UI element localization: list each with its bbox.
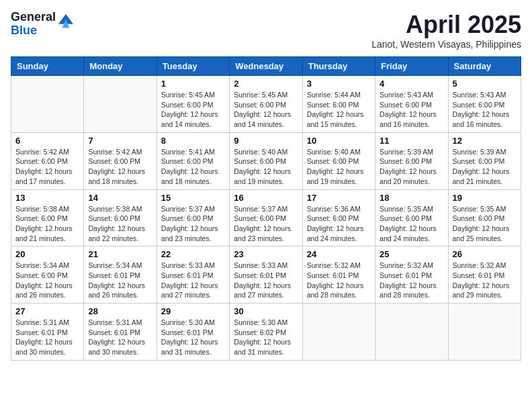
day-info: Sunrise: 5:44 AM Sunset: 6:00 PM Dayligh… <box>307 90 371 130</box>
day-info: Sunrise: 5:34 AM Sunset: 6:00 PM Dayligh… <box>15 261 79 300</box>
day-number: 13 <box>15 193 79 203</box>
week-row-4: 20Sunrise: 5:34 AM Sunset: 6:00 PM Dayli… <box>11 246 521 304</box>
day-info: Sunrise: 5:36 AM Sunset: 6:00 PM Dayligh… <box>307 204 371 244</box>
calendar-cell: 21Sunrise: 5:34 AM Sunset: 6:01 PM Dayli… <box>84 246 157 304</box>
day-info: Sunrise: 5:42 AM Sunset: 6:00 PM Dayligh… <box>88 147 152 187</box>
day-number: 4 <box>380 79 443 89</box>
day-header-sunday: Sunday <box>11 57 84 76</box>
logo-general: General <box>11 11 56 24</box>
day-number: 3 <box>307 79 371 89</box>
calendar-cell: 7Sunrise: 5:42 AM Sunset: 6:00 PM Daylig… <box>84 132 157 189</box>
day-number: 30 <box>234 306 298 316</box>
day-info: Sunrise: 5:38 AM Sunset: 6:00 PM Dayligh… <box>15 204 79 244</box>
day-info: Sunrise: 5:40 AM Sunset: 6:00 PM Dayligh… <box>307 147 371 187</box>
day-info: Sunrise: 5:37 AM Sunset: 6:00 PM Dayligh… <box>161 204 225 244</box>
day-number: 20 <box>15 249 79 259</box>
calendar-cell: 28Sunrise: 5:31 AM Sunset: 6:01 PM Dayli… <box>84 304 157 361</box>
calendar-cell: 17Sunrise: 5:36 AM Sunset: 6:00 PM Dayli… <box>302 189 375 246</box>
day-number: 26 <box>453 249 517 259</box>
calendar-cell: 22Sunrise: 5:33 AM Sunset: 6:01 PM Dayli… <box>157 246 229 304</box>
day-info: Sunrise: 5:35 AM Sunset: 6:00 PM Dayligh… <box>453 204 517 244</box>
calendar-cell: 30Sunrise: 5:30 AM Sunset: 6:02 PM Dayli… <box>230 304 302 361</box>
day-number: 14 <box>88 193 152 203</box>
day-number: 23 <box>234 249 298 259</box>
day-info: Sunrise: 5:37 AM Sunset: 6:00 PM Dayligh… <box>234 204 298 244</box>
day-number: 6 <box>15 136 79 146</box>
logo: General Blue <box>11 11 73 38</box>
day-info: Sunrise: 5:33 AM Sunset: 6:01 PM Dayligh… <box>234 261 298 300</box>
calendar-cell <box>84 76 157 133</box>
day-number: 19 <box>453 193 517 203</box>
day-number: 10 <box>307 136 371 146</box>
calendar-cell: 13Sunrise: 5:38 AM Sunset: 6:00 PM Dayli… <box>11 189 84 246</box>
logo-blue: Blue <box>11 24 56 38</box>
day-header-wednesday: Wednesday <box>230 57 302 76</box>
day-info: Sunrise: 5:35 AM Sunset: 6:00 PM Dayligh… <box>380 204 443 244</box>
calendar-cell: 26Sunrise: 5:32 AM Sunset: 6:01 PM Dayli… <box>448 246 521 304</box>
page-header: General Blue April 2025 Lanot, Western V… <box>11 11 521 50</box>
calendar-cell <box>375 304 448 361</box>
calendar-cell: 27Sunrise: 5:31 AM Sunset: 6:01 PM Dayli… <box>11 304 84 361</box>
day-info: Sunrise: 5:42 AM Sunset: 6:00 PM Dayligh… <box>15 147 79 187</box>
day-number: 8 <box>161 136 225 146</box>
day-info: Sunrise: 5:31 AM Sunset: 6:01 PM Dayligh… <box>88 318 152 357</box>
day-header-tuesday: Tuesday <box>157 57 229 76</box>
calendar-cell: 12Sunrise: 5:39 AM Sunset: 6:00 PM Dayli… <box>448 132 521 189</box>
day-number: 2 <box>234 79 298 89</box>
day-info: Sunrise: 5:32 AM Sunset: 6:01 PM Dayligh… <box>380 261 443 300</box>
day-number: 15 <box>161 193 225 203</box>
day-info: Sunrise: 5:45 AM Sunset: 6:00 PM Dayligh… <box>161 90 225 130</box>
day-number: 17 <box>307 193 371 203</box>
day-number: 16 <box>234 193 298 203</box>
calendar-cell: 1Sunrise: 5:45 AM Sunset: 6:00 PM Daylig… <box>157 76 229 133</box>
calendar-cell: 14Sunrise: 5:38 AM Sunset: 6:00 PM Dayli… <box>84 189 157 246</box>
day-info: Sunrise: 5:39 AM Sunset: 6:00 PM Dayligh… <box>453 147 517 187</box>
calendar-cell: 6Sunrise: 5:42 AM Sunset: 6:00 PM Daylig… <box>11 132 84 189</box>
calendar-cell: 5Sunrise: 5:43 AM Sunset: 6:00 PM Daylig… <box>448 76 521 133</box>
calendar-cell: 20Sunrise: 5:34 AM Sunset: 6:00 PM Dayli… <box>11 246 84 304</box>
location: Lanot, Western Visayas, Philippines <box>371 39 521 50</box>
calendar-cell: 19Sunrise: 5:35 AM Sunset: 6:00 PM Dayli… <box>448 189 521 246</box>
day-number: 1 <box>161 79 225 89</box>
day-info: Sunrise: 5:32 AM Sunset: 6:01 PM Dayligh… <box>307 261 371 300</box>
day-info: Sunrise: 5:31 AM Sunset: 6:01 PM Dayligh… <box>15 318 79 357</box>
calendar-cell: 9Sunrise: 5:40 AM Sunset: 6:00 PM Daylig… <box>230 132 302 189</box>
day-number: 9 <box>234 136 298 146</box>
week-row-3: 13Sunrise: 5:38 AM Sunset: 6:00 PM Dayli… <box>11 189 521 246</box>
calendar-cell <box>11 76 84 133</box>
day-number: 28 <box>88 306 152 316</box>
month-title: April 2025 <box>371 11 521 39</box>
day-info: Sunrise: 5:32 AM Sunset: 6:01 PM Dayligh… <box>453 261 517 300</box>
day-info: Sunrise: 5:34 AM Sunset: 6:01 PM Dayligh… <box>88 261 152 300</box>
day-header-saturday: Saturday <box>448 57 521 76</box>
day-info: Sunrise: 5:38 AM Sunset: 6:00 PM Dayligh… <box>88 204 152 244</box>
calendar-cell: 18Sunrise: 5:35 AM Sunset: 6:00 PM Dayli… <box>375 189 448 246</box>
day-number: 27 <box>15 306 79 316</box>
day-number: 11 <box>380 136 443 146</box>
day-header-thursday: Thursday <box>302 57 375 76</box>
day-header-monday: Monday <box>84 57 157 76</box>
day-info: Sunrise: 5:33 AM Sunset: 6:01 PM Dayligh… <box>161 261 225 300</box>
calendar-header-row: SundayMondayTuesdayWednesdayThursdayFrid… <box>11 57 521 76</box>
week-row-2: 6Sunrise: 5:42 AM Sunset: 6:00 PM Daylig… <box>11 132 521 189</box>
calendar-cell: 16Sunrise: 5:37 AM Sunset: 6:00 PM Dayli… <box>230 189 302 246</box>
calendar-cell: 25Sunrise: 5:32 AM Sunset: 6:01 PM Dayli… <box>375 246 448 304</box>
day-number: 5 <box>453 79 517 89</box>
calendar-cell <box>448 304 521 361</box>
day-number: 7 <box>88 136 152 146</box>
calendar-cell: 4Sunrise: 5:43 AM Sunset: 6:00 PM Daylig… <box>375 76 448 133</box>
day-number: 18 <box>380 193 443 203</box>
week-row-5: 27Sunrise: 5:31 AM Sunset: 6:01 PM Dayli… <box>11 304 521 361</box>
day-info: Sunrise: 5:43 AM Sunset: 6:00 PM Dayligh… <box>453 90 517 130</box>
calendar-cell: 3Sunrise: 5:44 AM Sunset: 6:00 PM Daylig… <box>302 76 375 133</box>
title-section: April 2025 Lanot, Western Visayas, Phili… <box>371 11 521 50</box>
day-info: Sunrise: 5:39 AM Sunset: 6:00 PM Dayligh… <box>380 147 443 187</box>
calendar-table: SundayMondayTuesdayWednesdayThursdayFrid… <box>11 56 521 361</box>
day-number: 21 <box>88 249 152 259</box>
day-number: 12 <box>453 136 517 146</box>
day-info: Sunrise: 5:43 AM Sunset: 6:00 PM Dayligh… <box>380 90 443 130</box>
day-number: 25 <box>380 249 443 259</box>
day-header-friday: Friday <box>375 57 448 76</box>
day-number: 29 <box>161 306 225 316</box>
day-info: Sunrise: 5:41 AM Sunset: 6:00 PM Dayligh… <box>161 147 225 187</box>
